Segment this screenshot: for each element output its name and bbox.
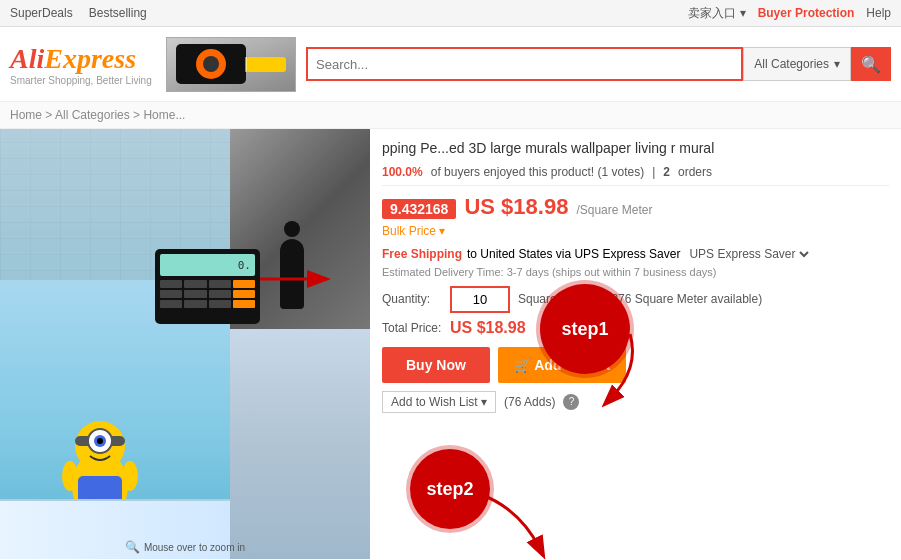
free-shipping-label: Free Shipping	[382, 247, 462, 261]
search-input[interactable]	[306, 47, 743, 81]
price-row: 9.432168 US $18.98 /Square Meter	[382, 194, 889, 220]
total-label: Total Price:	[382, 321, 442, 335]
product-panel: pping Pe...ed 3D large murals wallpaper …	[370, 129, 901, 559]
top-nav-right: 卖家入口 ▾ Buyer Protection Help	[688, 5, 891, 22]
quantity-row: Quantity: Square Meter (88876 Square Met…	[382, 286, 889, 313]
seller-portal-link[interactable]: 卖家入口 ▾	[688, 5, 745, 22]
buy-now-button[interactable]: Buy Now	[382, 347, 490, 383]
mouse-over-zoom: 🔍 Mouse over to zoom in	[125, 540, 245, 554]
buyer-protection-link[interactable]: Buyer Protection	[758, 6, 855, 20]
breadcrumb: Home > All Categories > Home...	[0, 102, 901, 129]
product-price: US $18.98	[464, 194, 568, 220]
help-link[interactable]: Help	[866, 6, 891, 20]
search-container: All Categories ▾ 🔍	[306, 47, 891, 81]
image-panel: 0. 🔍 Mouse over to zoom in	[0, 129, 370, 559]
svg-point-13	[122, 461, 138, 491]
step1-arrow-left	[255, 259, 335, 299]
category-select[interactable]: All Categories ▾	[743, 47, 851, 81]
rating-text: of buyers enjoyed this product! (1 votes…	[431, 165, 644, 179]
total-row: Total Price: US $18.98	[382, 319, 889, 337]
logo-tagline: Smarter Shopping, Better Living	[10, 75, 156, 86]
calc-buttons	[160, 280, 255, 308]
product-rating: 100.0% of buyers enjoyed this product! (…	[382, 165, 889, 186]
svg-point-12	[62, 461, 78, 491]
add-to-cart-button[interactable]: 🛒 Add to Cart	[498, 347, 627, 383]
shipping-to-text: to United States via UPS Express Saver	[467, 247, 680, 261]
svg-point-11	[97, 438, 103, 444]
shipping-row: Free Shipping to United States via UPS E…	[382, 246, 889, 262]
calc-screen: 0.	[160, 254, 255, 276]
action-buttons: Buy Now 🛒 Add to Cart	[382, 347, 889, 383]
top-nav-left: SuperDeals Bestselling	[10, 6, 147, 20]
bulk-price-link[interactable]: Bulk Price ▾	[382, 224, 889, 238]
wish-adds-count: (76 Adds)	[504, 395, 555, 409]
quantity-value-badge: 9.432168	[382, 199, 456, 219]
product-title: pping Pe...ed 3D large murals wallpaper …	[382, 139, 889, 159]
main-product-image[interactable]	[0, 129, 230, 559]
site-logo: AliExpress	[10, 43, 136, 75]
price-unit: /Square Meter	[576, 203, 652, 217]
svg-point-2	[203, 56, 219, 72]
quantity-label: Quantity:	[382, 292, 442, 306]
add-to-wishlist-button[interactable]: Add to Wish List ▾	[382, 391, 496, 413]
search-button[interactable]: 🔍	[851, 47, 891, 81]
svg-rect-3	[246, 57, 286, 72]
search-bar-row: AliExpress Smarter Shopping, Better Livi…	[0, 27, 901, 102]
top-nav: SuperDeals Bestselling 卖家入口 ▾ Buyer Prot…	[0, 0, 901, 27]
help-icon[interactable]: ?	[563, 394, 579, 410]
rating-percentage: 100.0%	[382, 165, 423, 179]
delivery-time-text: Estimated Delivery Time: 3-7 days (ships…	[382, 266, 889, 278]
search-icon: 🔍	[861, 55, 881, 74]
orders-label: orders	[678, 165, 712, 179]
superdeals-link[interactable]: SuperDeals	[10, 6, 73, 20]
total-price: US $18.98	[450, 319, 526, 337]
room-bg-2	[230, 329, 370, 559]
shipping-method-dropdown[interactable]: UPS Express Saver	[685, 246, 812, 262]
room-image-2[interactable]	[230, 329, 370, 559]
quantity-unit-text: Square Meter (88876 Square Meter availab…	[518, 292, 762, 306]
magnify-icon: 🔍	[125, 540, 140, 554]
bestselling-link[interactable]: Bestselling	[89, 6, 147, 20]
orders-count: 2	[663, 165, 670, 179]
wish-row: Add to Wish List ▾ (76 Adds) ?	[382, 391, 889, 413]
main-content: 0. 🔍 Mouse over to zoom in	[0, 129, 901, 559]
orders-separator: |	[652, 165, 655, 179]
calculator-overlay: 0.	[155, 249, 260, 324]
quantity-input[interactable]	[450, 286, 510, 313]
tape-measure-image	[171, 39, 291, 89]
